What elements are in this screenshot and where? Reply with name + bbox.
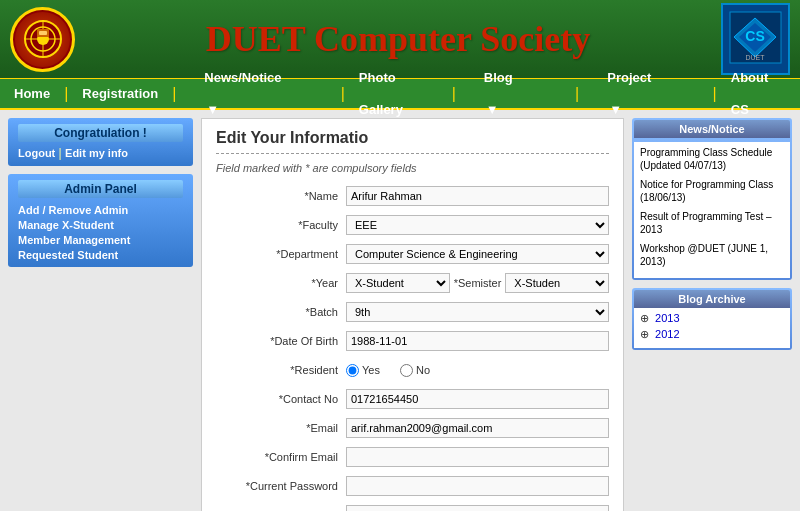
logo-left <box>10 7 75 72</box>
add-remove-admin-link[interactable]: Add / Remove Admin <box>18 204 183 216</box>
right-sidebar: News/Notice Programming Class Schedule (… <box>632 118 792 511</box>
nav-project-arrow: ▼ <box>595 94 636 126</box>
department-label: *Department <box>216 248 346 260</box>
nav-registration[interactable]: Registration <box>68 78 172 110</box>
name-row: *Name <box>216 184 609 208</box>
resident-field: Yes No <box>346 364 609 377</box>
nav-news-dropdown[interactable]: News/Notice▼ <box>176 62 340 126</box>
semister-select[interactable]: X-Studen <box>505 273 609 293</box>
current-password-row: *Current Password <box>216 474 609 498</box>
plus-icon-2013: ⊕ <box>640 312 649 324</box>
nav-blog-dropdown[interactable]: Blog▼ <box>456 62 575 126</box>
nav-news-arrow: ▼ <box>192 94 233 126</box>
logo-left-icon <box>23 19 63 59</box>
email-input[interactable] <box>346 418 609 438</box>
svg-text:DUET: DUET <box>745 54 765 61</box>
email-field <box>346 418 609 438</box>
contact-input[interactable] <box>346 389 609 409</box>
year-semister-inner: X-Student *Semister X-Studen <box>346 273 609 293</box>
left-sidebar: Congratulation ! Logout | Edit my info A… <box>8 118 193 511</box>
department-field: Computer Science & Engineering <box>346 244 609 264</box>
congrats-links: Logout | Edit my info <box>18 146 183 160</box>
blog-archive-title: Blog Archive <box>634 290 790 308</box>
dob-input[interactable] <box>346 331 609 351</box>
year-label: *Year <box>216 277 346 289</box>
resident-label: *Resident <box>216 364 346 376</box>
notice-item-1: Programming Class Schedule (Updated 04/0… <box>640 146 784 172</box>
resident-no-label[interactable]: No <box>400 364 430 377</box>
notice-box: News/Notice Programming Class Schedule (… <box>632 118 792 280</box>
confirm-email-field <box>346 447 609 467</box>
logo-right-icon: CS DUET <box>728 10 783 65</box>
contact-field <box>346 389 609 409</box>
blog-year-2013-link[interactable]: 2013 <box>655 312 679 324</box>
resident-yes-radio[interactable] <box>346 364 359 377</box>
nav-blog-label[interactable]: Blog▼ <box>456 62 575 126</box>
blog-year-2012: ⊕ 2012 <box>640 328 784 341</box>
faculty-select[interactable]: EEE <box>346 215 609 235</box>
name-input[interactable] <box>346 186 609 206</box>
congrats-title: Congratulation ! <box>18 124 183 142</box>
year-semister-fields: X-Student *Semister X-Studen <box>346 273 609 293</box>
resident-no-radio[interactable] <box>400 364 413 377</box>
nav-project-label[interactable]: Project▼ <box>579 62 712 126</box>
main-nav: Home | Registration | News/Notice▼ | Pho… <box>0 78 800 110</box>
new-password-field <box>346 505 609 511</box>
nav-blog-arrow: ▼ <box>472 94 513 126</box>
email-label: *Email <box>216 422 346 434</box>
plus-icon-2012: ⊕ <box>640 328 649 340</box>
current-password-input[interactable] <box>346 476 609 496</box>
nav-news-label[interactable]: News/Notice▼ <box>176 62 340 126</box>
new-password-input[interactable] <box>346 505 609 511</box>
department-row: *Department Computer Science & Engineeri… <box>216 242 609 266</box>
new-password-row: *New Password <box>216 503 609 511</box>
blog-archive-content: ⊕ 2013 ⊕ 2012 <box>634 308 790 348</box>
dob-label: *Date Of Birth <box>216 335 346 347</box>
admin-panel-title: Admin Panel <box>18 180 183 198</box>
email-row: *Email <box>216 416 609 440</box>
svg-text:CS: CS <box>745 28 764 44</box>
notice-item-2: Notice for Programming Class (18/06/13) <box>640 178 784 204</box>
notice-content: Programming Class Schedule (Updated 04/0… <box>634 142 790 278</box>
center-content: Edit Your Informatio Field marked with *… <box>201 118 624 511</box>
main-layout: Congratulation ! Logout | Edit my info A… <box>0 110 800 511</box>
resident-row: *Resident Yes No <box>216 358 609 382</box>
logo-left-inner <box>15 12 70 67</box>
batch-row: *Batch 9th <box>216 300 609 324</box>
confirm-email-input[interactable] <box>346 447 609 467</box>
dob-field <box>346 331 609 351</box>
requested-student-link[interactable]: Requested Student <box>18 249 183 261</box>
resident-no-text: No <box>416 364 430 376</box>
nav-about[interactable]: About CS <box>717 62 800 126</box>
batch-field: 9th <box>346 302 609 322</box>
current-password-field <box>346 476 609 496</box>
manage-x-student-link[interactable]: Manage X-Student <box>18 219 183 231</box>
department-select[interactable]: Computer Science & Engineering <box>346 244 609 264</box>
blog-year-2012-link[interactable]: 2012 <box>655 328 679 340</box>
admin-panel-box: Admin Panel Add / Remove Admin Manage X-… <box>8 174 193 267</box>
resident-yes-text: Yes <box>362 364 380 376</box>
svg-rect-6 <box>39 31 47 35</box>
form-title: Edit Your Informatio <box>216 129 609 154</box>
logout-link[interactable]: Logout <box>18 147 55 159</box>
nav-home[interactable]: Home <box>0 78 64 110</box>
resident-yes-label[interactable]: Yes <box>346 364 380 377</box>
edit-my-info-link[interactable]: Edit my info <box>65 147 128 159</box>
nav-photo-gallery[interactable]: Photo Gallery <box>345 62 452 126</box>
name-field <box>346 186 609 206</box>
semister-label: *Semister <box>454 277 502 289</box>
faculty-label: *Faculty <box>216 219 346 231</box>
batch-select[interactable]: 9th <box>346 302 609 322</box>
member-management-link[interactable]: Member Management <box>18 234 183 246</box>
admin-panel-links: Add / Remove Admin Manage X-Student Memb… <box>18 204 183 261</box>
congrats-box: Congratulation ! Logout | Edit my info <box>8 118 193 166</box>
nav-project-dropdown[interactable]: Project▼ <box>579 62 712 126</box>
confirm-email-row: *Confirm Email <box>216 445 609 469</box>
notice-item-3: Result of Programming Test – 2013 <box>640 210 784 236</box>
name-label: *Name <box>216 190 346 202</box>
blog-archive-box: Blog Archive ⊕ 2013 ⊕ 2012 <box>632 288 792 350</box>
dob-row: *Date Of Birth <box>216 329 609 353</box>
notice-item-4: Workshop @DUET (JUNE 1, 2013) <box>640 242 784 268</box>
contact-row: *Contact No <box>216 387 609 411</box>
year-select[interactable]: X-Student <box>346 273 450 293</box>
